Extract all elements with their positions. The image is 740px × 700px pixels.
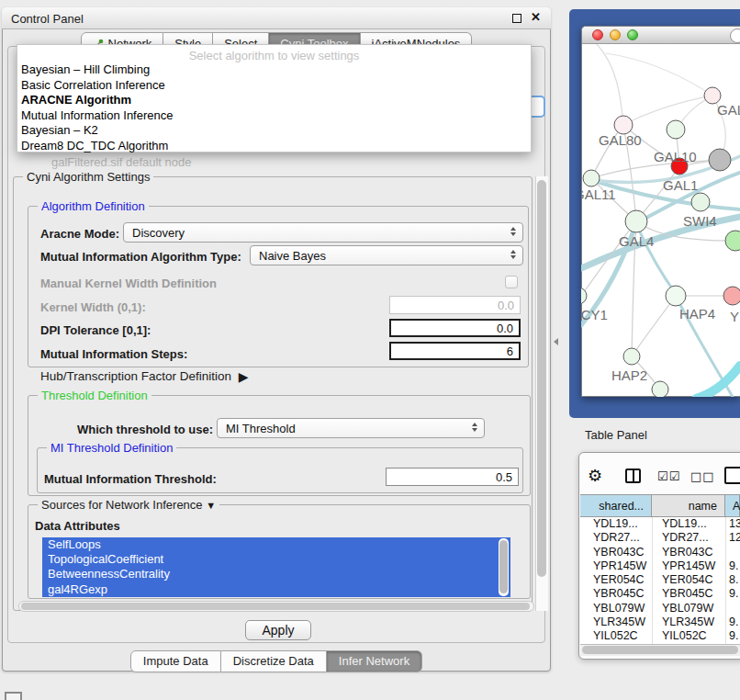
close-icon[interactable]: ✕: [531, 10, 541, 24]
table-cell[interactable]: YBL079W: [652, 602, 725, 615]
table-row[interactable]: YBL079WYBL079W: [580, 602, 740, 615]
network-node[interactable]: [725, 231, 740, 251]
network-node[interactable]: [666, 286, 686, 306]
panel-collapse-arrow-icon[interactable]: [554, 338, 558, 345]
table-row[interactable]: YBR043CYBR043C: [580, 546, 740, 559]
checked-boxes-icon[interactable]: ☑☑: [657, 469, 680, 483]
settings-horizontal-thumb[interactable]: [21, 603, 530, 610]
column-header-1[interactable]: shared...: [580, 495, 652, 516]
data-attributes-list[interactable]: SelfLoopsTopologicalCoefficientBetweenne…: [42, 537, 510, 597]
gear-icon[interactable]: ⚙: [588, 466, 602, 485]
float-window-icon[interactable]: [512, 14, 521, 23]
table-cell[interactable]: [725, 546, 740, 559]
table-cell[interactable]: 9.: [725, 615, 740, 629]
table-cell[interactable]: [725, 602, 740, 615]
apply-button[interactable]: Apply: [245, 620, 311, 640]
table-cell[interactable]: YER054C: [652, 573, 725, 587]
mi-type-combobox[interactable]: Naive Bayes: [250, 245, 523, 265]
network-node[interactable]: [691, 193, 710, 211]
algorithm-option[interactable]: Bayesian – K2: [17, 123, 531, 139]
table-cell[interactable]: YLR345W: [652, 615, 725, 629]
minimize-light-icon[interactable]: [610, 29, 621, 40]
split-columns-icon[interactable]: [625, 469, 641, 483]
network-node[interactable]: [709, 149, 731, 171]
attribute-item[interactable]: TopologicalCoefficient: [42, 552, 510, 567]
algorithm-option[interactable]: ARACNE Algorithm: [17, 93, 531, 108]
table-cell[interactable]: 13: [725, 517, 740, 531]
table-cell[interactable]: YBR045C: [652, 587, 725, 601]
table-cell[interactable]: YPR145W: [652, 559, 725, 573]
column-header-2[interactable]: name: [652, 495, 725, 516]
attribute-item[interactable]: gal4RGexp: [42, 582, 510, 597]
table-cell[interactable]: YER054C: [580, 573, 652, 587]
table-cell[interactable]: 9.: [725, 587, 740, 601]
network-node[interactable]: [623, 348, 640, 365]
algorithm-option[interactable]: Bayesian – Hill Climbing: [17, 62, 531, 78]
attribute-item[interactable]: SelfLoops: [42, 537, 510, 552]
network-edge[interactable]: [606, 53, 712, 96]
hub-definition-label[interactable]: Hub/Transcription Factor Definition ▶: [40, 368, 245, 383]
algorithm-option[interactable]: Basic Correlation Inference: [17, 78, 531, 94]
kernel-width-field[interactable]: 0.0: [389, 296, 521, 314]
table-cell[interactable]: 9.: [725, 559, 740, 573]
algorithm-option[interactable]: Dream8 DC_TDC Algorithm: [17, 139, 531, 154]
table-cell[interactable]: 8.: [725, 573, 740, 587]
table-cell[interactable]: YDL19...: [580, 517, 652, 531]
table-row[interactable]: YDR27...YDR27...12: [580, 531, 740, 545]
sources-legend[interactable]: Sources for Network Inference ▼: [38, 498, 219, 512]
table-row[interactable]: YDL19...YDL19...13: [580, 517, 740, 531]
table-file-icon[interactable]: [724, 467, 740, 484]
unchecked-boxes-icon[interactable]: □□: [690, 469, 715, 483]
table-cell[interactable]: YBL079W: [580, 602, 652, 615]
table-row[interactable]: YBR045CYBR045C9.: [580, 587, 740, 601]
network-canvas[interactable]: GALGAL80GAL10GAL1GAL11SWI4GAL4GCY1HAP4YH…: [581, 44, 740, 397]
attribute-item[interactable]: BetweennessCentrality: [42, 567, 510, 581]
table-cell[interactable]: YDL19...: [652, 517, 725, 531]
aracne-mode-value: Discovery: [132, 226, 185, 240]
table-horizontal-thumb[interactable]: [582, 646, 738, 654]
table-cell[interactable]: YBR045C: [580, 587, 652, 601]
table-cell[interactable]: YDR27...: [580, 531, 652, 545]
close-light-icon[interactable]: [592, 29, 603, 40]
node-label-gal10: GAL10: [654, 149, 697, 164]
network-node[interactable]: [652, 381, 668, 397]
bottom-tab-infer-network[interactable]: Infer Network: [327, 650, 422, 672]
dpi-tolerance-field[interactable]: 0.0: [389, 319, 521, 337]
network-edge[interactable]: [632, 296, 676, 356]
table-row[interactable]: YIL052CYIL052C9.: [580, 629, 740, 643]
aracne-mode-combobox[interactable]: Discovery: [123, 222, 523, 243]
mi-type-value: Naive Bayes: [259, 249, 326, 263]
table-cell[interactable]: 9.: [725, 629, 740, 643]
table-cell[interactable]: YBR043C: [652, 546, 725, 559]
table-cell[interactable]: YDR27...: [652, 531, 725, 545]
table-cell[interactable]: YBR043C: [580, 546, 652, 559]
table-row[interactable]: YPR145WYPR145W9.: [580, 559, 740, 573]
table-cell[interactable]: YIL052C: [652, 629, 725, 643]
collapse-triangle-icon[interactable]: ▼: [206, 500, 216, 511]
expand-triangle-icon[interactable]: ▶: [239, 369, 249, 384]
mi-steps-field[interactable]: 6: [389, 342, 521, 360]
network-window-titlebar[interactable]: [582, 27, 740, 44]
which-threshold-combobox[interactable]: MI Threshold: [217, 418, 485, 438]
network-edge[interactable]: [623, 96, 712, 125]
network-node[interactable]: [667, 120, 685, 139]
network-node[interactable]: [614, 116, 633, 134]
bottom-tab-impute-data[interactable]: Impute Data: [130, 650, 221, 672]
settings-vertical-thumb[interactable]: [537, 180, 546, 577]
table-cell[interactable]: 12: [725, 531, 740, 545]
table-row[interactable]: YER054CYER054C8.: [580, 573, 740, 587]
bottom-tab-discretize-data[interactable]: Discretize Data: [221, 650, 327, 672]
mi-threshold-field[interactable]: 0.5: [386, 468, 519, 486]
network-node[interactable]: [583, 170, 600, 186]
table-cell[interactable]: YLR345W: [580, 615, 652, 629]
zoom-light-icon[interactable]: [627, 29, 638, 40]
algorithm-option[interactable]: Mutual Information Inference: [17, 108, 531, 124]
table-cell[interactable]: YPR145W: [580, 559, 652, 573]
attributes-scrollbar-thumb[interactable]: [499, 540, 508, 593]
manual-kernel-checkbox[interactable]: [505, 276, 518, 288]
network-node[interactable]: [625, 210, 647, 232]
table-row[interactable]: YLR345WYLR345W9.: [580, 615, 740, 629]
network-node[interactable]: [723, 287, 740, 305]
column-header-3[interactable]: A: [725, 495, 740, 516]
table-cell[interactable]: YIL052C: [580, 629, 652, 643]
